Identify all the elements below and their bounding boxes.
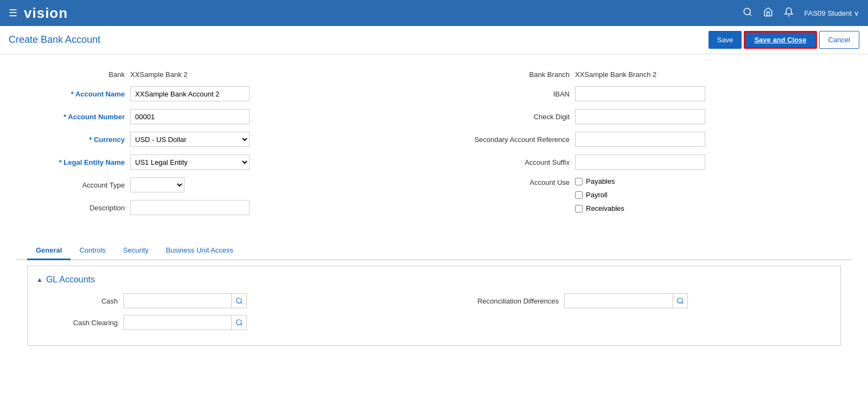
title-actions: Save Save and Close Cancel [709,31,859,49]
tabs-bar: General Controls Security Business Unit … [16,242,852,260]
account-suffix-label: Account Suffix [450,158,570,166]
save-button[interactable]: Save [709,31,742,49]
tab-security[interactable]: Security [114,242,157,260]
account-use-checkboxes: Payables Payroll Receivables [575,177,624,218]
account-suffix-group: Account Suffix [450,154,830,170]
bank-branch-value: XXSample Bank Branch 2 [575,70,656,79]
bank-branch-group: Bank Branch XXSample Bank Branch 2 [450,70,830,79]
account-name-label: Account Name [38,90,125,98]
tab-general[interactable]: General [27,242,71,260]
gl-left-column: Cash Cash Clearing [47,293,418,337]
svg-line-7 [681,302,683,304]
account-use-label: Account Use [450,178,570,186]
svg-line-1 [749,14,751,15]
user-caret-icon: ∨ [854,9,859,17]
top-navigation: ☰ vision FAS09 Student ∨ [0,0,868,26]
nav-icons-group: FAS09 Student ∨ [743,7,859,20]
check-digit-label: Check Digit [450,113,570,121]
search-icon[interactable] [743,7,752,20]
account-name-group: Account Name [38,86,418,101]
gl-accounts-section: ▲ GL Accounts Cash Cash Clearing [27,266,841,346]
svg-point-6 [677,298,682,303]
account-number-input[interactable] [130,109,250,124]
bank-branch-label: Bank Branch [450,70,570,79]
iban-input[interactable] [575,86,705,101]
currency-select[interactable]: USD - US Dollar [130,132,250,147]
currency-label: Currency [38,136,125,144]
legal-entity-group: Legal Entity Name US1 Legal Entity [38,154,418,170]
cancel-button[interactable]: Cancel [819,31,859,49]
cash-input[interactable] [123,293,232,308]
hamburger-icon[interactable]: ☰ [9,7,17,19]
payroll-checkbox-group: Payroll [575,191,624,199]
gl-fields-grid: Cash Cash Clearing [36,293,832,337]
gl-right-column: Reconciliation Differences [450,293,821,337]
home-icon[interactable] [763,7,773,20]
account-type-group: Account Type [38,177,418,192]
sec-account-ref-group: Secondary Account Reference [450,132,830,147]
user-menu[interactable]: FAS09 Student ∨ [805,9,859,17]
check-digit-group: Check Digit [450,109,830,124]
cash-clearing-search-button[interactable] [232,315,247,330]
form-right-column: Bank Branch XXSample Bank Branch 2 IBAN … [450,70,830,225]
iban-group: IBAN [450,86,830,101]
account-type-select[interactable] [130,177,184,192]
main-content: Bank XXSample Bank 2 Account Name Accoun… [0,54,868,419]
payables-label: Payables [586,177,615,185]
payroll-label: Payroll [586,191,608,199]
cash-clearing-field-group: Cash Clearing [47,315,418,330]
cash-clearing-label: Cash Clearing [47,319,118,327]
form-section: Bank XXSample Bank 2 Account Name Accoun… [16,65,852,236]
reconciliation-search-button[interactable] [673,293,688,308]
page-title: Create Bank Account [9,34,709,46]
sec-account-ref-label: Secondary Account Reference [450,136,570,144]
account-suffix-input[interactable] [575,154,705,170]
collapse-triangle-icon[interactable]: ▲ [36,276,43,283]
tab-controls[interactable]: Controls [71,242,114,260]
cash-search-button[interactable] [232,293,247,308]
username-label: FAS09 Student [805,9,852,17]
sec-account-ref-input[interactable] [575,132,705,147]
payables-checkbox[interactable] [575,178,583,185]
bank-label: Bank [38,70,125,79]
account-number-label: Account Number [38,113,125,121]
payables-checkbox-group: Payables [575,177,624,185]
bank-field-group: Bank XXSample Bank 2 [38,70,418,79]
title-bar: Create Bank Account Save Save and Close … [0,26,868,54]
iban-label: IBAN [450,90,570,98]
tab-business-unit-access[interactable]: Business Unit Access [157,242,242,260]
description-label: Description [38,204,125,212]
description-input[interactable] [130,200,250,215]
cash-label: Cash [47,297,118,305]
form-left-column: Bank XXSample Bank 2 Account Name Accoun… [38,70,418,225]
svg-point-2 [236,298,241,303]
receivables-checkbox[interactable] [575,205,583,212]
reconciliation-input[interactable] [564,293,673,308]
cash-clearing-input[interactable] [123,315,232,330]
receivables-label: Receivables [586,204,624,212]
legal-entity-label: Legal Entity Name [38,158,125,166]
account-use-group: Account Use Payables Payroll Receivables [450,177,830,218]
account-name-input[interactable] [130,86,250,101]
gl-accounts-heading: GL Accounts [46,275,95,285]
check-digit-input[interactable] [575,109,705,124]
currency-group: Currency USD - US Dollar [38,132,418,147]
cash-field-group: Cash [47,293,418,308]
legal-entity-select[interactable]: US1 Legal Entity [130,154,250,170]
description-group: Description [38,200,418,215]
svg-point-0 [744,8,750,15]
account-type-label: Account Type [38,181,125,189]
bell-icon[interactable] [784,7,794,20]
reconciliation-field-group: Reconciliation Differences [450,293,821,308]
receivables-checkbox-group: Receivables [575,204,624,212]
app-logo: vision [24,5,743,22]
svg-point-4 [236,320,241,325]
account-number-group: Account Number [38,109,418,124]
gl-accounts-title: ▲ GL Accounts [36,275,832,285]
svg-line-5 [240,324,242,326]
payroll-checkbox[interactable] [575,191,583,199]
reconciliation-label: Reconciliation Differences [450,297,559,305]
save-and-close-button[interactable]: Save and Close [744,31,816,49]
bank-value: XXSample Bank 2 [130,70,188,79]
svg-line-3 [240,302,242,304]
